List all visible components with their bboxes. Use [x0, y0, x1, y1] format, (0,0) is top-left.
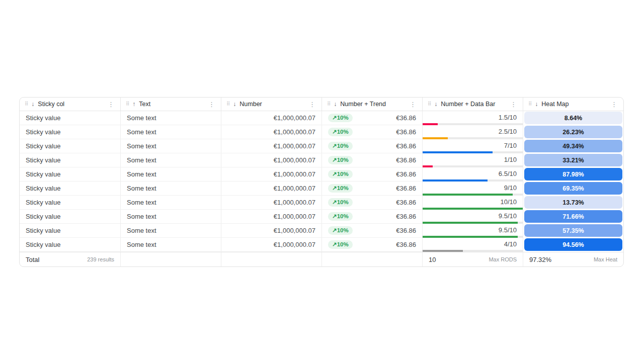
cell-sticky-value: Sticky value: [20, 111, 121, 125]
cell-heatmap: 69.35%: [523, 182, 623, 196]
drag-handle-icon[interactable]: ⠿: [226, 102, 229, 107]
cell-number-trend: ↗10%€36.86: [322, 210, 423, 224]
column-menu-icon[interactable]: ⋮: [206, 100, 217, 109]
cell-sticky-value: Sticky value: [20, 139, 121, 153]
cell-sticky-value: Sticky value: [20, 167, 121, 182]
table-row: Sticky valueSome text€1,000,000.07↗10%€3…: [20, 153, 623, 167]
trend-number-value: €36.86: [396, 156, 416, 164]
cell-number-value: €1,000,000.07: [221, 224, 322, 238]
column-menu-icon[interactable]: ⋮: [307, 100, 317, 109]
column-menu-icon[interactable]: ⋮: [508, 100, 519, 109]
trend-number-value: €36.86: [396, 170, 416, 178]
trend-number-value: €36.86: [396, 213, 416, 220]
trend-up-badge: ↗10%: [328, 170, 353, 178]
databar-value: 1/10: [504, 156, 517, 163]
trend-number-value: €36.86: [396, 227, 416, 234]
cell-heatmap: 94.56%: [523, 238, 623, 252]
drag-handle-icon[interactable]: ⠿: [528, 102, 531, 107]
cell-number-databar: 1/10: [423, 153, 523, 167]
heatmap-value-box: 57.35%: [524, 224, 622, 237]
column-menu-icon[interactable]: ⋮: [408, 100, 418, 109]
cell-number-value: €1,000,000.07: [221, 196, 322, 210]
total-bar-max-label: Max RODS: [489, 256, 517, 262]
sort-descending-icon[interactable]: ↓: [334, 101, 337, 107]
heatmap-value-box: 94.56%: [524, 238, 622, 251]
column-header-number-data-bar[interactable]: ⠿↓Number + Data Bar⋮: [423, 98, 523, 111]
cell-heatmap: 57.35%: [523, 224, 623, 238]
cell-number-databar: 6.5/10: [423, 167, 523, 182]
table-row: Sticky valueSome text€1,000,000.07↗10%€3…: [20, 182, 623, 196]
databar-value: 1.5/10: [499, 114, 517, 121]
trend-up-badge: ↗10%: [328, 156, 353, 164]
cell-number-trend: ↗10%€36.86: [322, 111, 423, 125]
column-header-heat-map[interactable]: ⠿↓Heat Map⋮: [523, 98, 623, 111]
column-header-label: Sticky col: [38, 101, 64, 108]
heatmap-value-box: 33.21%: [524, 154, 622, 166]
drag-handle-icon[interactable]: ⠿: [126, 102, 129, 107]
databar-value: 9.5/10: [499, 226, 517, 234]
trend-up-badge: ↗10%: [328, 114, 353, 122]
column-header-sticky-col[interactable]: ⠿↓Sticky col⋮: [20, 98, 121, 111]
cell-number-value: €1,000,000.07: [221, 182, 322, 196]
databar-value: 9/10: [504, 184, 517, 192]
total-cell-text: [121, 252, 221, 266]
drag-handle-icon[interactable]: ⠿: [428, 102, 431, 107]
drag-handle-icon[interactable]: ⠿: [327, 102, 330, 107]
cell-sticky-value: Sticky value: [20, 125, 121, 139]
column-menu-icon[interactable]: ⋮: [609, 100, 619, 109]
table-row: Sticky valueSome text€1,000,000.07↗10%€3…: [20, 196, 623, 210]
databar-value: 9.5/10: [499, 212, 517, 220]
cell-number-value: €1,000,000.07: [221, 139, 322, 153]
total-heat-max-label: Max Heat: [594, 256, 617, 262]
trend-number-value: €36.86: [396, 185, 416, 192]
cell-text-value: Some text: [121, 238, 221, 252]
table-row: Sticky valueSome text€1,000,000.07↗10%€3…: [20, 224, 623, 238]
cell-sticky-value: Sticky value: [20, 238, 121, 252]
trend-up-badge: ↗10%: [328, 212, 353, 221]
column-header-label: Text: [139, 101, 150, 108]
trend-number-value: €36.86: [396, 199, 416, 206]
heatmap-value-box: 71.66%: [524, 210, 622, 223]
cell-text-value: Some text: [121, 139, 221, 153]
column-header-number-trend[interactable]: ⠿↓Number + Trend⋮: [322, 98, 423, 111]
cell-sticky-value: Sticky value: [20, 210, 121, 224]
column-header-number[interactable]: ⠿↓Number⋮: [221, 98, 322, 111]
table-row: Sticky valueSome text€1,000,000.07↗10%€3…: [20, 210, 623, 224]
column-header-label: Number + Trend: [340, 101, 386, 108]
cell-heatmap: 13.73%: [523, 196, 623, 210]
table-row: Sticky valueSome text€1,000,000.07↗10%€3…: [20, 125, 623, 139]
total-results-count: 239 results: [87, 256, 114, 262]
cell-text-value: Some text: [121, 167, 221, 182]
column-header-text[interactable]: ⠿↑Text⋮: [121, 98, 221, 111]
cell-heatmap: 71.66%: [523, 210, 623, 224]
drag-handle-icon[interactable]: ⠿: [25, 102, 28, 107]
heatmap-value-box: 49.34%: [524, 140, 622, 152]
sort-descending-icon[interactable]: ↓: [233, 101, 236, 107]
cell-number-trend: ↗10%€36.86: [322, 196, 423, 210]
cell-number-databar: 4/10: [423, 238, 523, 252]
trend-up-badge: ↗10%: [328, 128, 353, 136]
cell-text-value: Some text: [121, 182, 221, 196]
cell-number-trend: ↗10%€36.86: [322, 125, 423, 139]
cell-number-value: €1,000,000.07: [221, 210, 322, 224]
sort-descending-icon[interactable]: ↓: [535, 101, 538, 107]
total-cell-sticky: Total 239 results: [20, 252, 121, 266]
column-menu-icon[interactable]: ⋮: [106, 100, 116, 109]
databar-value: 7/10: [504, 142, 517, 149]
sort-descending-icon[interactable]: ↓: [31, 101, 34, 107]
cell-text-value: Some text: [121, 125, 221, 139]
sort-descending-icon[interactable]: ↓: [434, 101, 437, 107]
cell-sticky-value: Sticky value: [20, 182, 121, 196]
total-row: Total 239 results 10 Max RODS 97.32% Max…: [20, 252, 623, 266]
cell-heatmap: 33.21%: [523, 153, 623, 167]
total-cell-number: [221, 252, 322, 266]
cell-text-value: Some text: [121, 224, 221, 238]
column-header-label: Number + Data Bar: [441, 101, 495, 108]
table-row: Sticky valueSome text€1,000,000.07↗10%€3…: [20, 167, 623, 182]
cell-number-trend: ↗10%€36.86: [322, 182, 423, 196]
cell-number-trend: ↗10%€36.86: [322, 224, 423, 238]
cell-text-value: Some text: [121, 153, 221, 167]
sort-ascending-icon[interactable]: ↑: [132, 101, 135, 107]
cell-heatmap: 49.34%: [523, 139, 623, 153]
cell-number-value: €1,000,000.07: [221, 111, 322, 125]
